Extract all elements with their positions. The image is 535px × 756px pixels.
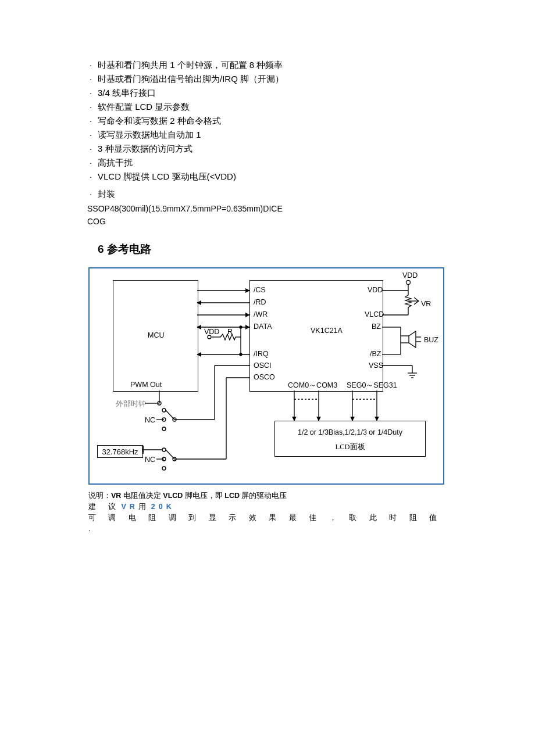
bullet-dot: · — [87, 142, 94, 156]
svg-point-17 — [162, 427, 166, 431]
diagram-notes: 说明：VR 电阻值决定 VLCD 脚电压，即 LCD 屏的驱动电压 建 议 VR… — [88, 490, 444, 535]
svg-point-8 — [240, 326, 242, 328]
bullet-dot: · — [87, 187, 94, 201]
bullet-dot: · — [87, 86, 94, 100]
note-line-2: 建 议 VR 用 20K 可 调 电 阻 调 到 显 示 效 果 最 佳 ， 取… — [88, 501, 444, 535]
bullet-row: ·封装 — [87, 187, 459, 201]
bullet-text: 封装 — [98, 187, 115, 201]
bullet-dot: · — [87, 58, 94, 72]
bullet-row: ·VLCD 脚提供 LCD 驱动电压(<VDD) — [87, 170, 459, 184]
bullet-row: ·3/4 线串行接口 — [87, 86, 459, 100]
bullet-row: ·时基和看门狗共用 1 个时钟源，可配置 8 种频率 — [87, 58, 459, 72]
bullet-text: VLCD 脚提供 LCD 驱动电压(<VDD) — [98, 170, 236, 184]
diagram-wires — [90, 268, 443, 483]
bullet-row: ·软件配置 LCD 显示参数 — [87, 100, 459, 114]
bullet-dot: · — [87, 170, 94, 184]
bullet-row: ·读写显示数据地址自动加 1 — [87, 128, 459, 142]
bullet-text: 3/4 线串行接口 — [98, 86, 156, 100]
svg-point-23 — [162, 448, 166, 452]
bullet-row: ·3 种显示数据的访问方式 — [87, 142, 459, 156]
svg-point-14 — [162, 409, 166, 412]
bullet-text: 时基和看门狗共用 1 个时钟源，可配置 8 种频率 — [98, 58, 283, 72]
svg-point-9 — [240, 353, 242, 356]
svg-rect-45 — [401, 336, 409, 343]
bullet-text: 读写显示数据地址自动加 1 — [98, 128, 201, 142]
bullet-text: 3 种显示数据的访问方式 — [98, 142, 192, 156]
bullet-dot: · — [87, 114, 94, 128]
bullet-text: 时基或看门狗溢出信号输出脚为/IRQ 脚（开漏） — [98, 72, 284, 86]
bullet-dot: · — [87, 156, 94, 170]
package-line: COG — [87, 215, 459, 228]
bullet-row: ·高抗干扰 — [87, 156, 459, 170]
bullet-text: 软件配置 LCD 显示参数 — [98, 100, 190, 114]
bullet-text: 高抗干扰 — [98, 156, 133, 170]
svg-point-27 — [162, 467, 166, 470]
section-title: 6 参考电路 — [98, 242, 459, 257]
svg-point-36 — [406, 281, 411, 285]
bullet-text: 写命令和读写数据 2 种命令格式 — [98, 114, 221, 128]
package-line: SSOP48(300mil)(15.9mmX7.5mmPP=0.635mm)DI… — [87, 202, 459, 215]
bullet-dot: · — [87, 100, 94, 114]
bullet-row: ·时基或看门狗溢出信号输出脚为/IRQ 脚（开漏） — [87, 72, 459, 86]
bullet-row: ·写命令和读写数据 2 种命令格式 — [87, 114, 459, 128]
package-info: SSOP48(300mil)(15.9mmX7.5mmPP=0.635mm)DI… — [87, 202, 459, 228]
note-line-1: 说明：VR 电阻值决定 VLCD 脚电压，即 LCD 屏的驱动电压 — [88, 490, 444, 501]
reference-circuit-diagram: MCU PWM Out VK1C21A 1/2 or 1/3Bias,1/2,1… — [88, 267, 444, 485]
bullet-dot: · — [87, 72, 94, 86]
feature-bullets: ·时基和看门狗共用 1 个时钟源，可配置 8 种频率 ·时基或看门狗溢出信号输出… — [87, 58, 459, 201]
svg-point-10 — [208, 335, 211, 339]
bullet-dot: · — [87, 128, 94, 142]
